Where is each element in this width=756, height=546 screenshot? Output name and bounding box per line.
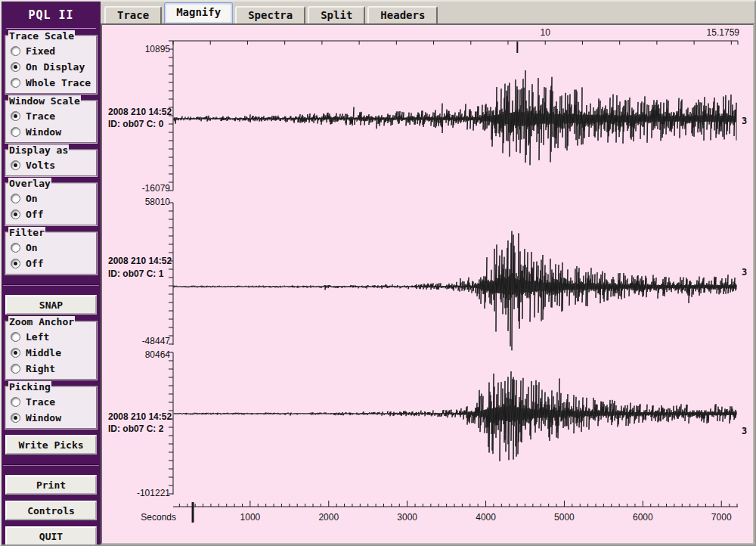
controls-button[interactable]: Controls: [5, 501, 97, 520]
y-min-label: -48447: [142, 336, 171, 346]
top-axis-tick-label: 15.1759: [707, 27, 740, 38]
zoom-anchor-option-right[interactable]: Right: [11, 361, 93, 377]
window-scale-option-trace[interactable]: Trace: [11, 108, 93, 124]
pql-window: PQL II Trace ScaleFixedOn DisplayWhole T…: [0, 0, 756, 546]
radio-label: Left: [26, 331, 49, 343]
tab-split[interactable]: Split: [308, 6, 365, 23]
radio-icon[interactable]: [11, 46, 20, 56]
tab-bar: TraceMagnifySpectraSplitHeaders: [101, 2, 754, 23]
radio-label: Fixed: [26, 45, 55, 57]
overlay-group: OverlayOnOff: [5, 182, 98, 226]
radio-icon[interactable]: [11, 194, 20, 203]
tab-magnify[interactable]: Magnify: [164, 2, 233, 23]
trace-right-label: 3: [742, 267, 747, 278]
tab-trace[interactable]: Trace: [104, 6, 162, 23]
window-scale-group: Window ScaleTraceWindow: [5, 100, 98, 144]
radio-icon[interactable]: [11, 364, 20, 374]
tab-spectra[interactable]: Spectra: [235, 6, 305, 23]
trace-header-time: 2008 210 14:52: [108, 411, 172, 422]
write-picks-button[interactable]: Write Picks: [5, 435, 97, 454]
overlay-option-on[interactable]: On: [11, 191, 93, 206]
zoom-anchor-group: Zoom AnchorLeftMiddleRight: [5, 321, 98, 380]
snap-button[interactable]: SNAP: [5, 295, 97, 315]
zoom-anchor-option-left[interactable]: Left: [11, 329, 93, 345]
radio-icon[interactable]: [11, 397, 20, 407]
radio-icon[interactable]: [11, 127, 20, 137]
trace-header-time: 2008 210 14:52: [108, 107, 172, 117]
radio-selected-icon[interactable]: [11, 111, 20, 121]
radio-label: On Display: [26, 61, 85, 73]
app-title: PQL II: [2, 2, 101, 28]
radio-selected-icon[interactable]: [11, 160, 20, 170]
trace-header-time: 2008 210 14:52: [108, 256, 172, 266]
trace-waveform-2[interactable]: [174, 371, 736, 461]
trace-right-label: 3: [742, 426, 747, 436]
bottom-axis-tick-label: 6000: [633, 512, 653, 523]
tab-headers[interactable]: Headers: [367, 6, 438, 23]
radio-label: Window: [26, 412, 61, 423]
radio-label: Off: [26, 209, 43, 220]
display-as-option-volts[interactable]: Volts: [11, 157, 93, 173]
radio-label: Right: [26, 363, 55, 374]
group-title: Trace Scale: [8, 30, 75, 42]
radio-label: Window: [26, 126, 61, 138]
bottom-axis-tick-label: 5000: [554, 512, 575, 523]
filter-group: FilterOnOff: [5, 231, 98, 275]
y-min-label: -16079: [142, 183, 171, 194]
window-scale-option-window[interactable]: Window: [11, 124, 93, 140]
bottom-axis-title: Seconds: [141, 512, 176, 523]
print-button[interactable]: Print: [5, 475, 97, 495]
picking-option-trace[interactable]: Trace: [11, 394, 93, 410]
bottom-axis-tick-label: 3000: [397, 512, 417, 523]
filter-option-off[interactable]: Off: [11, 256, 93, 271]
group-title: Display as: [8, 144, 69, 156]
trace-scale-option-whole-trace[interactable]: Whole Trace: [11, 75, 93, 91]
sidebar-separator: [3, 464, 99, 466]
radio-label: Trace: [26, 396, 55, 408]
trace-scale-option-fixed[interactable]: Fixed: [11, 43, 93, 59]
bottom-axis-tick-label: 2000: [318, 512, 339, 523]
group-title: Overlay: [8, 178, 51, 189]
filter-option-on[interactable]: On: [11, 240, 93, 256]
zoom-anchor-option-middle[interactable]: Middle: [11, 345, 93, 361]
y-max-label: 10895: [145, 44, 171, 54]
sidebar: PQL II Trace ScaleFixedOn DisplayWhole T…: [2, 2, 101, 544]
quit-button[interactable]: QUIT: [5, 526, 97, 546]
sidebar-separator: [3, 284, 99, 286]
y-max-label: 80464: [145, 349, 171, 360]
radio-selected-icon[interactable]: [11, 259, 20, 268]
group-title: Picking: [8, 381, 51, 392]
radio-selected-icon[interactable]: [11, 413, 20, 423]
display-as-group: Display asVolts: [5, 149, 98, 177]
radio-selected-icon[interactable]: [11, 62, 20, 72]
radio-selected-icon[interactable]: [11, 209, 20, 219]
trace-scale-option-on-display[interactable]: On Display: [11, 59, 93, 75]
y-max-label: 58010: [145, 197, 171, 207]
y-min-label: -101221: [137, 488, 170, 498]
radio-label: Trace: [26, 110, 55, 122]
bottom-axis-tick-label: 7000: [711, 512, 732, 523]
group-title: Window Scale: [8, 95, 81, 107]
picking-option-window[interactable]: Window: [11, 410, 93, 426]
radio-label: On: [26, 242, 38, 253]
group-title: Filter: [8, 227, 45, 238]
radio-icon[interactable]: [11, 243, 20, 253]
trace-waveform-1[interactable]: [174, 231, 736, 351]
radio-label: Whole Trace: [26, 77, 91, 88]
trace-waveform-0[interactable]: [174, 70, 736, 165]
radio-icon[interactable]: [11, 78, 20, 88]
top-axis-tick-label: 10: [541, 27, 551, 38]
radio-icon[interactable]: [11, 332, 20, 342]
bottom-axis-tick-label: 1000: [240, 512, 261, 523]
radio-selected-icon[interactable]: [11, 348, 20, 358]
trace-header-id: ID: ob07 C: 1: [108, 268, 164, 279]
overlay-option-off[interactable]: Off: [11, 206, 93, 222]
radio-label: Middle: [26, 347, 61, 358]
group-title: Zoom Anchor: [8, 316, 75, 327]
radio-label: Off: [26, 258, 43, 269]
plot-area: 1015.17591000200030004000500060007000Sec…: [101, 23, 754, 544]
trace-header-id: ID: ob07 C: 0: [108, 119, 164, 129]
seismic-plot: 1015.17591000200030004000500060007000Sec…: [102, 25, 753, 543]
radio-label: Volts: [26, 160, 55, 171]
trace-right-label: 3: [742, 116, 747, 126]
